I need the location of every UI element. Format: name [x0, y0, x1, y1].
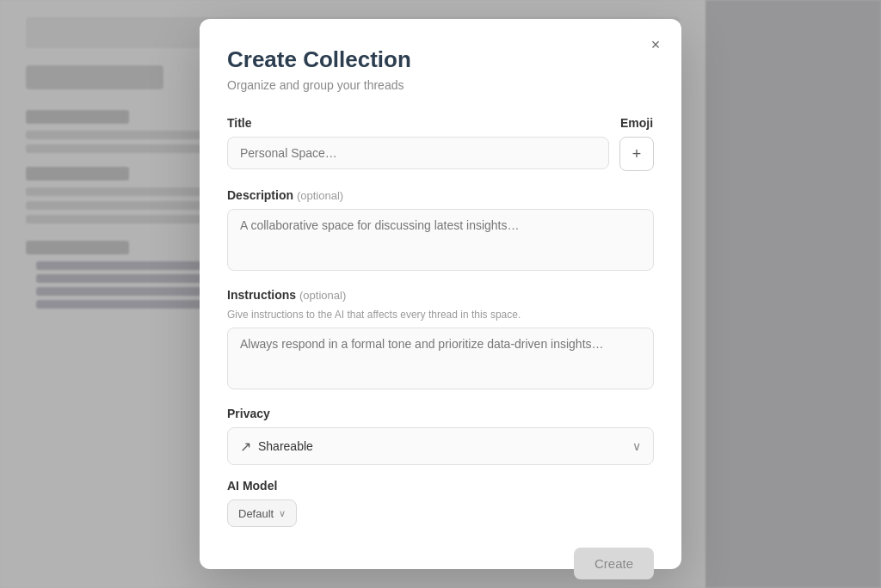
ai-model-field-group: AI Model Default ∨ [227, 479, 654, 527]
description-input[interactable] [227, 209, 654, 271]
chevron-down-small-icon: ∨ [279, 508, 286, 519]
ai-model-selected-value: Default [238, 507, 274, 520]
privacy-left: ↗ Shareable [240, 438, 313, 455]
modal-title: Create Collection [227, 46, 654, 73]
privacy-label: Privacy [227, 407, 654, 420]
title-input[interactable] [227, 137, 609, 169]
privacy-selected-value: Shareable [258, 439, 313, 453]
instructions-subtitle: Give instructions to the AI that affects… [227, 309, 654, 321]
instructions-field-group: Instructions (optional) Give instruction… [227, 288, 654, 393]
modal-overlay: × Create Collection Organize and group y… [0, 0, 881, 588]
privacy-field-group: Privacy ↗ Shareable ∨ [227, 407, 654, 465]
ai-model-label: AI Model [227, 479, 654, 493]
emoji-field-group: Emoji + [619, 116, 654, 171]
share-icon: ↗ [240, 438, 251, 455]
emoji-label: Emoji [620, 116, 653, 130]
create-collection-modal: × Create Collection Organize and group y… [200, 19, 681, 569]
ai-model-dropdown[interactable]: Default ∨ [227, 499, 297, 527]
create-button[interactable]: Create [574, 548, 654, 579]
emoji-button[interactable]: + [619, 137, 654, 171]
privacy-dropdown[interactable]: ↗ Shareable ∨ [227, 427, 654, 465]
instructions-label: Instructions (optional) [227, 288, 654, 302]
modal-footer: Create [227, 548, 654, 579]
modal-subtitle: Organize and group your threads [227, 78, 654, 92]
title-label: Title [227, 116, 609, 130]
close-icon: × [651, 36, 661, 54]
close-button[interactable]: × [644, 33, 668, 57]
plus-icon: + [632, 145, 642, 163]
title-field-group: Title [227, 116, 609, 169]
title-emoji-row: Title Emoji + [227, 116, 654, 171]
description-field-group: Description (optional) [227, 188, 654, 274]
chevron-down-icon: ∨ [632, 439, 641, 453]
instructions-input[interactable] [227, 328, 654, 389]
description-label: Description (optional) [227, 188, 654, 202]
